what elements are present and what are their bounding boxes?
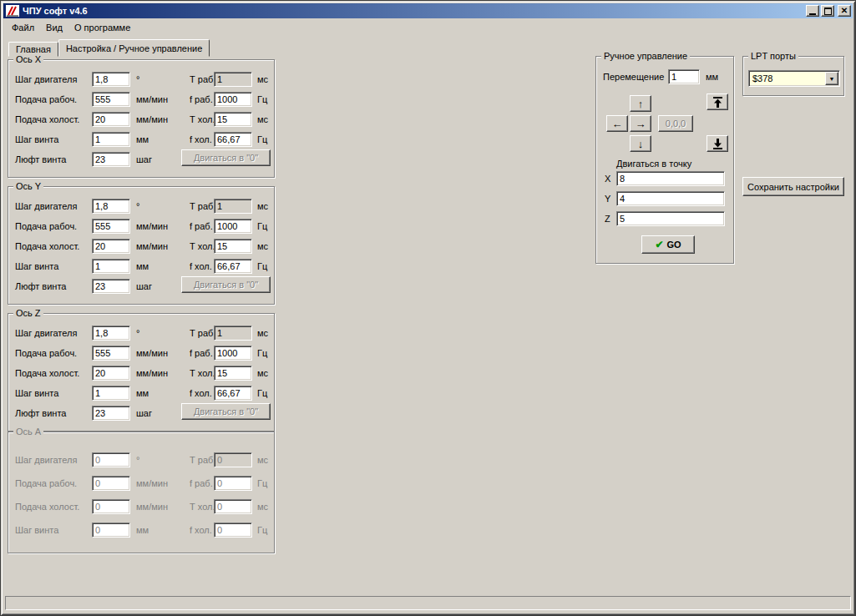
hz-unit: Гц — [257, 525, 267, 535]
axis-x-backlash-input[interactable] — [92, 152, 130, 167]
axis-y-feed-idle-input[interactable] — [92, 239, 130, 254]
maximize-button[interactable] — [821, 5, 834, 17]
coord-z-input[interactable] — [616, 211, 725, 226]
menu-about[interactable]: О программе — [68, 21, 136, 34]
axis-x-feed-work-input[interactable] — [92, 92, 130, 107]
axis-z-f-idle-input[interactable] — [214, 386, 252, 401]
menu-view[interactable]: Вид — [40, 21, 68, 34]
axis-row: Шаг винта мм f хол. Гц — [8, 132, 274, 147]
axis-a-group: Ось A Шаг двигателя ° Т раб. мс Подача р… — [8, 432, 275, 553]
mm-unit: мм — [136, 134, 149, 144]
arrow-to-bottom-icon — [713, 139, 722, 149]
axis-row: Подача холост. мм/мин Т хол. мс — [8, 239, 274, 254]
motor-step-label: Шаг двигателя — [15, 328, 77, 338]
goto-point-label: Двигаться в точку — [616, 159, 691, 169]
axis-z-motor-step-input[interactable] — [92, 326, 130, 341]
axis-x-screw-step-input[interactable] — [92, 132, 130, 147]
f-idle-label: f хол. — [190, 525, 212, 535]
jog-up-button[interactable]: ↑ — [630, 95, 651, 112]
t-work-label: Т раб. — [190, 201, 215, 211]
axis-z-screw-step-input[interactable] — [92, 386, 130, 401]
tab-settings[interactable]: Настройка / Ручное управление — [58, 39, 210, 57]
jog-down-button[interactable]: ↓ — [630, 135, 651, 152]
hz-unit: Гц — [257, 134, 267, 144]
step-unit: шаг — [136, 408, 152, 418]
screw-step-label: Шаг винта — [15, 525, 58, 535]
axis-row: Подача холост. мм/мин Т хол. мс — [8, 366, 274, 381]
axis-a-f-work-input[interactable] — [214, 476, 252, 491]
arrow-up-icon: ↑ — [638, 98, 644, 109]
axis-z-t-idle-input[interactable] — [214, 366, 252, 381]
minimize-button[interactable] — [806, 5, 819, 17]
axis-row: Шаг винта мм f хол. Гц — [8, 259, 274, 274]
lpt-port-select[interactable]: $378 ▼ — [748, 70, 840, 87]
t-idle-label: Т хол. — [190, 502, 215, 512]
mm-min-unit: мм/мин — [136, 368, 168, 378]
axis-a-feed-work-input[interactable] — [92, 476, 130, 491]
axis-y-backlash-input[interactable] — [92, 279, 130, 294]
axis-z-feed-work-input[interactable] — [92, 346, 130, 361]
axis-z-group: Ось Z Шаг двигателя ° Т раб. мс Подача р… — [8, 313, 275, 432]
axis-a-screw-step-input[interactable] — [92, 523, 130, 538]
mm-min-unit: мм/мин — [136, 94, 168, 104]
axis-y-motor-step-input[interactable] — [92, 199, 130, 214]
axis-y-t-work-input[interactable] — [214, 199, 252, 214]
chevron-down-icon[interactable]: ▼ — [825, 72, 838, 85]
axis-a-f-idle-input[interactable] — [214, 523, 252, 538]
jog-right-button[interactable]: → — [630, 115, 651, 132]
t-idle-label: Т хол. — [190, 114, 215, 124]
t-idle-label: Т хол. — [190, 368, 215, 378]
axis-y-t-idle-input[interactable] — [214, 239, 252, 254]
lpt-port-value: $378 — [752, 73, 772, 83]
mm-unit: мм — [136, 261, 149, 271]
axis-y-screw-step-input[interactable] — [92, 259, 130, 274]
manual-control-title: Ручное управление — [601, 51, 690, 61]
jog-z-up-button[interactable] — [707, 93, 728, 110]
f-idle-label: f хол. — [190, 388, 212, 398]
jog-z-down-button[interactable] — [707, 135, 728, 152]
axis-x-motor-step-input[interactable] — [92, 72, 130, 87]
axis-z-t-work-input[interactable] — [214, 326, 252, 341]
axis-a-title: Ось A — [13, 427, 43, 437]
axis-x-move-to-zero-button[interactable]: Двигаться в "0" — [181, 149, 271, 166]
axis-z-feed-idle-input[interactable] — [92, 366, 130, 381]
move-step-input[interactable] — [668, 69, 700, 84]
close-button[interactable]: ✕ — [838, 5, 851, 17]
axis-a-motor-step-input[interactable] — [92, 452, 130, 467]
degrees-unit: ° — [136, 74, 139, 84]
axis-row: Шаг двигателя ° Т раб. мс — [8, 72, 274, 87]
zero-position-button[interactable]: 0,0,0 — [658, 115, 693, 132]
jog-left-button[interactable]: ← — [606, 115, 628, 132]
feed-idle-label: Подача холост. — [15, 114, 79, 124]
app-window: ЧПУ софт v4.6 ✕ Файл Вид О программе Гла… — [0, 0, 856, 616]
axis-x-feed-idle-input[interactable] — [92, 112, 130, 127]
axis-x-t-work-input[interactable] — [214, 72, 252, 87]
save-settings-button[interactable]: Сохранить настройки — [742, 177, 844, 196]
axis-a-feed-idle-input[interactable] — [92, 499, 130, 514]
coord-y-input[interactable] — [616, 191, 725, 206]
menu-file[interactable]: Файл — [6, 21, 40, 34]
motor-step-label: Шаг двигателя — [15, 455, 77, 465]
t-idle-label: Т хол. — [190, 241, 215, 251]
axis-x-f-idle-input[interactable] — [214, 132, 252, 147]
axis-x-t-idle-input[interactable] — [214, 112, 252, 127]
status-panel — [5, 596, 851, 610]
axis-a-t-work-input[interactable] — [214, 452, 252, 467]
axis-y-feed-work-input[interactable] — [92, 219, 130, 234]
close-icon: ✕ — [841, 7, 848, 15]
axis-z-f-work-input[interactable] — [214, 346, 252, 361]
axis-a-t-idle-input[interactable] — [214, 499, 252, 514]
axis-y-move-to-zero-button[interactable]: Двигаться в "0" — [181, 276, 271, 293]
axis-y-f-idle-input[interactable] — [214, 259, 252, 274]
axis-y-f-work-input[interactable] — [214, 219, 252, 234]
lpt-ports-title: LPT порты — [748, 51, 798, 61]
axis-x-f-work-input[interactable] — [214, 92, 252, 107]
axis-z-move-to-zero-button[interactable]: Двигаться в "0" — [181, 403, 271, 420]
axis-row: Подача рабоч. мм/мин f раб. Гц — [8, 346, 274, 361]
ms-unit: мс — [257, 201, 268, 211]
menu-bar: Файл Вид О программе — [3, 19, 853, 35]
go-button[interactable]: ✔ GO — [641, 235, 695, 254]
coord-x-input[interactable] — [616, 171, 725, 186]
axis-z-backlash-input[interactable] — [92, 406, 130, 421]
f-idle-label: f хол. — [190, 261, 212, 271]
